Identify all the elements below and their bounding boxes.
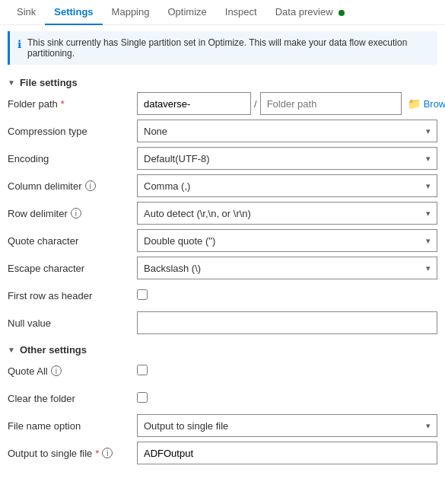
first-row-header-checkbox[interactable] [137, 289, 148, 300]
info-icon[interactable]: i [102, 448, 113, 458]
quote-character-dropdown[interactable]: Double quote (") ▾ [137, 229, 437, 252]
file-name-option-control: Output to single file ▾ [137, 414, 437, 437]
banner-text: This sink currently has Single partition… [27, 37, 430, 59]
encoding-label: Encoding [8, 153, 137, 164]
tab-mapping[interactable]: Mapping [103, 0, 159, 25]
file-name-option-label: File name option [8, 420, 137, 432]
folder-main-input[interactable] [137, 92, 251, 115]
tab-sink[interactable]: Sink [8, 0, 45, 25]
file-settings-header[interactable]: ▼ File settings [0, 71, 445, 91]
status-dot [339, 10, 345, 16]
tab-inspect[interactable]: Inspect [216, 0, 266, 25]
required-indicator: * [95, 448, 99, 459]
path-separator: / [254, 98, 257, 110]
folder-icon: 📁 [408, 97, 421, 110]
output-single-file-control [137, 442, 437, 464]
required-indicator: * [61, 98, 65, 110]
quote-character-row: Quote character Double quote (") ▾ [8, 228, 437, 253]
chevron-down-icon: ▾ [426, 126, 431, 136]
escape-character-row: Escape character Backslash (\) ▾ [8, 256, 437, 280]
folder-path-input[interactable] [260, 92, 402, 115]
compression-type-control: None ▾ [137, 120, 437, 142]
info-icon[interactable]: i [85, 180, 96, 191]
quote-character-label: Quote character [8, 235, 137, 247]
info-icon[interactable]: i [51, 365, 62, 376]
null-value-row: Null value [8, 311, 437, 335]
tab-data-preview[interactable]: Data preview [266, 0, 354, 25]
null-value-input[interactable] [137, 311, 437, 334]
file-name-option-dropdown[interactable]: Output to single file ▾ [137, 414, 437, 437]
compression-type-dropdown[interactable]: None ▾ [137, 120, 437, 142]
chevron-down-icon: ▾ [426, 263, 431, 273]
escape-character-label: Escape character [8, 263, 137, 274]
encoding-row: Encoding Default(UTF-8) ▾ [8, 146, 437, 171]
chevron-down-icon: ▾ [426, 421, 431, 431]
first-row-header-label: First row as header [8, 290, 137, 301]
other-settings-label: Other settings [20, 344, 87, 356]
info-icon: ℹ [17, 38, 21, 50]
info-banner: ℹ This sink currently has Single partiti… [8, 31, 437, 65]
first-row-header-control [137, 289, 437, 302]
folder-path-controls: / 📁 Browse [137, 92, 445, 115]
file-settings-label: File settings [20, 77, 78, 88]
column-delimiter-row: Column delimiter i Comma (,) ▾ [8, 174, 437, 198]
clear-folder-checkbox[interactable] [137, 392, 148, 403]
chevron-icon: ▼ [8, 78, 15, 87]
other-settings-form: Quote All i Clear the folder File name o… [0, 359, 445, 465]
compression-type-row: Compression type None ▾ [8, 119, 437, 143]
compression-type-label: Compression type [8, 126, 137, 137]
encoding-control: Default(UTF-8) ▾ [137, 147, 437, 170]
clear-folder-control [137, 392, 437, 405]
chevron-down-icon: ▾ [426, 181, 431, 191]
browse-button[interactable]: 📁 Browse [405, 94, 445, 113]
encoding-dropdown[interactable]: Default(UTF-8) ▾ [137, 147, 437, 170]
row-delimiter-dropdown[interactable]: Auto detect (\r,\n, or \r\n) ▾ [137, 202, 437, 225]
chevron-down-icon: ▾ [426, 209, 431, 219]
quote-character-control: Double quote (") ▾ [137, 229, 437, 252]
column-delimiter-dropdown[interactable]: Comma (,) ▾ [137, 174, 437, 197]
chevron-down-icon: ▾ [426, 236, 431, 246]
chevron-icon: ▼ [8, 346, 15, 354]
column-delimiter-label: Column delimiter i [8, 180, 137, 192]
quote-all-control [137, 365, 437, 378]
row-delimiter-label: Row delimiter i [8, 208, 137, 219]
null-value-label: Null value [8, 317, 137, 329]
escape-character-control: Backslash (\) ▾ [137, 257, 437, 279]
null-value-control [137, 311, 437, 334]
chevron-down-icon: ▾ [426, 154, 431, 164]
output-single-file-label: Output to single file * i [8, 448, 137, 459]
row-delimiter-row: Row delimiter i Auto detect (\r,\n, or \… [8, 201, 437, 225]
tab-bar: Sink Settings Mapping Optimize Inspect D… [0, 0, 445, 25]
clear-folder-row: Clear the folder [8, 386, 437, 410]
folder-path-row: Folder path * / 📁 Browse [8, 91, 437, 116]
quote-all-checkbox[interactable] [137, 365, 148, 375]
column-delimiter-control: Comma (,) ▾ [137, 174, 437, 197]
tab-optimize[interactable]: Optimize [158, 0, 215, 25]
quote-all-row: Quote All i [8, 359, 437, 383]
quote-all-label: Quote All i [8, 365, 137, 377]
folder-path-label: Folder path * [8, 98, 137, 110]
other-settings-header[interactable]: ▼ Other settings [0, 338, 445, 359]
output-single-file-row: Output to single file * i [8, 441, 437, 465]
file-name-option-row: File name option Output to single file ▾ [8, 413, 437, 438]
output-single-file-input[interactable] [137, 442, 437, 464]
tab-settings[interactable]: Settings [45, 0, 102, 25]
escape-character-dropdown[interactable]: Backslash (\) ▾ [137, 257, 437, 279]
info-icon[interactable]: i [71, 208, 81, 219]
file-settings-form: Folder path * / 📁 Browse Compression typ… [0, 91, 445, 335]
clear-folder-label: Clear the folder [8, 393, 137, 404]
first-row-header-row: First row as header [8, 283, 437, 308]
row-delimiter-control: Auto detect (\r,\n, or \r\n) ▾ [137, 202, 437, 225]
